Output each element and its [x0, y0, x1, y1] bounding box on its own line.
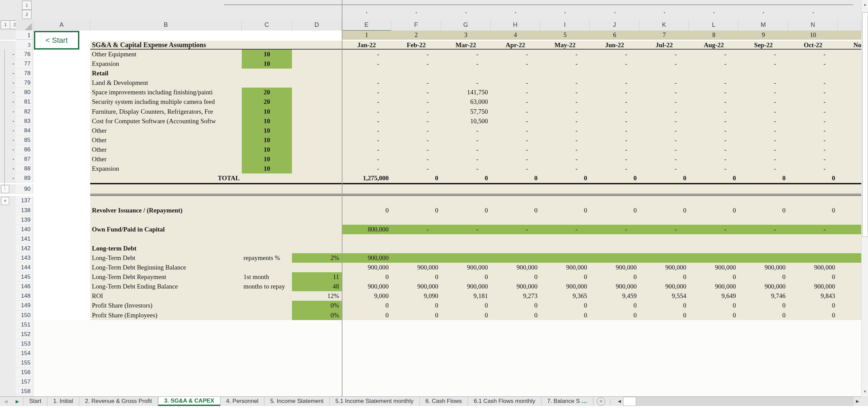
value-cell[interactable]	[738, 184, 788, 194]
row-header[interactable]: 156	[16, 368, 33, 377]
assumption-cell-d[interactable]	[292, 116, 342, 126]
cell[interactable]	[738, 330, 788, 339]
value-cell[interactable]: -	[689, 116, 738, 126]
assumption-cell-c[interactable]: 10	[242, 126, 292, 135]
column-header-C[interactable]: C	[242, 19, 292, 31]
value-cell[interactable]: -	[540, 116, 590, 126]
column-header-M[interactable]: M	[738, 19, 788, 31]
value-cell[interactable]	[342, 215, 391, 225]
horizontal-scroll-thumb[interactable]	[623, 397, 636, 406]
row-label-cell[interactable]: Revolver Issuance / (Repayment)	[90, 206, 242, 215]
value-cell[interactable]	[441, 234, 491, 244]
cell[interactable]	[788, 387, 838, 396]
assumption-cell-d[interactable]	[292, 206, 342, 215]
add-sheet-icon[interactable]: +	[597, 397, 605, 406]
cell[interactable]	[342, 349, 391, 358]
value-cell[interactable]: -	[788, 154, 838, 164]
cell[interactable]	[441, 330, 491, 339]
assumption-cell-d[interactable]: 12%	[292, 291, 342, 301]
assumption-cell-d[interactable]	[292, 88, 342, 97]
value-cell[interactable]: -	[738, 97, 788, 107]
assumption-cell-c[interactable]: 10	[242, 107, 292, 116]
value-cell[interactable]: -	[738, 50, 788, 59]
value-cell[interactable]: -	[441, 154, 491, 164]
value-cell[interactable]: -	[540, 78, 590, 88]
value-cell[interactable]: -	[342, 107, 391, 116]
cell[interactable]	[292, 41, 342, 50]
cell[interactable]	[540, 368, 590, 377]
value-cell[interactable]: 9,649	[689, 291, 738, 301]
value-cell[interactable]: 0	[590, 272, 639, 282]
assumption-cell-c[interactable]: 10	[242, 145, 292, 154]
assumption-cell-d[interactable]	[292, 244, 342, 253]
assumption-cell-c[interactable]	[242, 184, 292, 194]
row-header[interactable]: 86	[16, 145, 33, 154]
cell[interactable]	[242, 339, 292, 349]
assumption-cell-d[interactable]	[292, 173, 342, 183]
cell[interactable]	[689, 330, 738, 339]
cell[interactable]	[441, 349, 491, 358]
value-cell[interactable]	[590, 244, 639, 253]
value-cell[interactable]: -	[391, 135, 441, 145]
overflow-cell[interactable]	[838, 184, 861, 194]
cell[interactable]	[788, 320, 838, 330]
assumption-cell-c[interactable]	[242, 69, 292, 78]
row-header[interactable]: 151	[16, 320, 33, 330]
assumption-cell-c[interactable]	[242, 301, 292, 310]
value-cell[interactable]: 9,273	[491, 291, 540, 301]
value-cell[interactable]	[342, 69, 391, 78]
cell[interactable]	[788, 377, 838, 387]
value-cell[interactable]: 0	[391, 173, 441, 183]
cell[interactable]	[788, 368, 838, 377]
row-header[interactable]: 148	[16, 291, 33, 301]
row-header[interactable]: 90	[16, 184, 33, 194]
row-header[interactable]: 146	[16, 282, 33, 291]
date-header-cell[interactable]: Jun-22	[590, 41, 639, 50]
value-cell[interactable]: 0	[590, 301, 639, 310]
value-cell[interactable]: -	[342, 50, 391, 59]
cell[interactable]	[738, 377, 788, 387]
value-cell[interactable]	[590, 196, 639, 205]
cell[interactable]	[391, 377, 441, 387]
value-cell[interactable]	[342, 244, 391, 253]
cell[interactable]	[540, 387, 590, 396]
cell[interactable]	[33, 107, 90, 116]
cell[interactable]	[90, 330, 242, 339]
value-cell[interactable]: -	[590, 145, 639, 154]
cell[interactable]	[491, 377, 540, 387]
value-cell[interactable]: -	[391, 78, 441, 88]
row-header[interactable]: 158	[16, 387, 33, 396]
column-header-N[interactable]: N	[788, 19, 838, 31]
cell[interactable]	[838, 358, 861, 368]
value-cell[interactable]	[738, 244, 788, 253]
value-cell[interactable]: -	[491, 88, 540, 97]
cell[interactable]	[33, 145, 90, 154]
cell[interactable]	[689, 368, 738, 377]
date-header-cell[interactable]: Mar-22	[441, 41, 491, 50]
value-cell[interactable]: 900,000	[788, 263, 838, 272]
assumption-cell-c[interactable]	[242, 244, 292, 253]
value-cell[interactable]: -	[491, 126, 540, 135]
value-cell[interactable]: 900,000	[738, 282, 788, 291]
vertical-scrollbar[interactable]: ▲ ▼	[861, 0, 868, 396]
cell[interactable]	[491, 349, 540, 358]
assumption-cell-d[interactable]	[292, 225, 342, 234]
date-header-cell[interactable]: Oct-22	[788, 41, 838, 50]
value-cell[interactable]	[738, 69, 788, 78]
value-cell[interactable]	[590, 234, 639, 244]
value-cell[interactable]: 9,181	[441, 291, 491, 301]
cell[interactable]	[590, 387, 639, 396]
value-cell[interactable]: 9,554	[639, 291, 689, 301]
value-cell[interactable]: 900,000	[689, 282, 738, 291]
value-cell[interactable]	[491, 184, 540, 194]
select-all-corner[interactable]	[16, 19, 33, 31]
value-cell[interactable]: 0	[689, 206, 738, 215]
overflow-cell[interactable]	[838, 291, 861, 301]
value-cell[interactable]: -	[788, 97, 838, 107]
value-cell[interactable]: 0	[540, 173, 590, 183]
value-cell[interactable]: 0	[788, 301, 838, 310]
value-cell[interactable]: -	[391, 164, 441, 173]
cell[interactable]	[738, 349, 788, 358]
cell[interactable]	[738, 358, 788, 368]
value-cell[interactable]: -	[788, 78, 838, 88]
